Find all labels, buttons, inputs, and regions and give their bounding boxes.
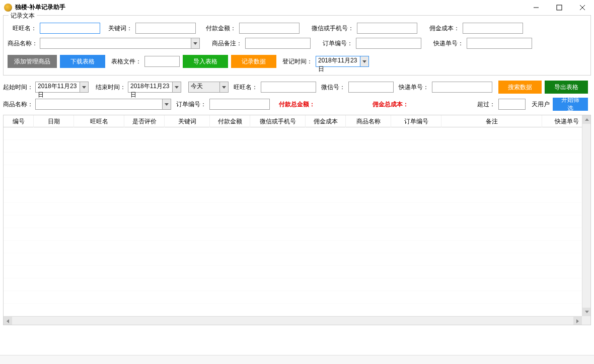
search-wechat-input[interactable]	[348, 82, 394, 93]
title-bar: 独楼-补单记录助手	[0, 0, 594, 15]
product-select[interactable]	[40, 38, 200, 49]
days-user-label: 天用户	[529, 100, 550, 109]
remark-input[interactable]	[245, 38, 311, 49]
window-title: 独楼-补单记录助手	[15, 3, 65, 12]
record-fieldset: 记录文本 旺旺名： 关键词： 付款金额： 微信或手机号： 佣金成本： 商品名称：…	[3, 15, 591, 76]
column-header[interactable]: 订单编号	[391, 115, 441, 127]
chevron-down-icon[interactable]	[172, 82, 181, 93]
keyword-label: 关键词：	[107, 24, 132, 33]
download-table-button[interactable]: 下载表格	[60, 55, 105, 68]
record-data-button[interactable]: 记录数据	[231, 55, 276, 68]
column-header[interactable]: 是否评价	[124, 115, 165, 127]
file-label: 表格文件：	[111, 57, 141, 66]
column-header[interactable]: 关键词	[165, 115, 210, 127]
end-time-select[interactable]: 2018年11月23日	[128, 82, 181, 93]
scroll-corner	[582, 316, 590, 325]
column-header[interactable]: 付款金额	[210, 115, 250, 127]
over-days-input[interactable]	[498, 99, 526, 110]
horizontal-scrollbar[interactable]	[4, 316, 582, 325]
column-header[interactable]: 商品名称	[346, 115, 391, 127]
remark-label: 商品备注：	[209, 39, 242, 48]
add-product-button[interactable]: 添加管理商品	[8, 55, 57, 68]
wangwang-input[interactable]	[40, 23, 100, 34]
wechat-label: 微信或手机号：	[307, 24, 354, 33]
filter-order-input[interactable]	[209, 99, 270, 110]
file-input[interactable]	[144, 56, 180, 67]
maximize-button[interactable]	[548, 0, 571, 15]
chevron-down-icon[interactable]	[360, 56, 369, 67]
chevron-down-icon[interactable]	[80, 82, 89, 93]
close-button[interactable]	[571, 0, 594, 15]
column-header[interactable]: 备注	[441, 115, 542, 127]
scroll-up-button[interactable]	[582, 115, 591, 124]
table-body	[4, 127, 582, 316]
import-table-button[interactable]: 导入表格	[183, 55, 228, 68]
over-label: 超过：	[475, 100, 495, 109]
scroll-left-button[interactable]	[4, 317, 12, 325]
keyword-input[interactable]	[135, 23, 196, 34]
pay-label: 付款金额：	[203, 24, 236, 33]
order-label: 订单编号：	[320, 39, 353, 48]
search-wechat-label: 微信号：	[321, 83, 345, 92]
column-header[interactable]: 编号	[4, 115, 34, 127]
search-wangwang-input[interactable]	[261, 82, 316, 93]
scroll-right-button[interactable]	[573, 317, 582, 325]
fieldset-legend: 记录文本	[9, 12, 37, 20]
filter-order-label: 订单编号：	[176, 100, 206, 109]
minimize-button[interactable]	[525, 0, 548, 15]
start-time-label: 起始时间：	[3, 83, 32, 92]
search-wangwang-label: 旺旺名：	[234, 83, 258, 92]
wechat-input[interactable]	[357, 23, 417, 34]
preset-range-select[interactable]: 今天	[188, 82, 229, 93]
column-header[interactable]: 快递单号	[542, 115, 582, 127]
column-header[interactable]: 日期	[34, 115, 74, 127]
table-header: 编号日期旺旺名是否评价关键词付款金额微信或手机号佣金成本商品名称订单编号备注快递…	[4, 115, 590, 127]
filter-product-select[interactable]	[35, 99, 171, 110]
pay-input[interactable]	[239, 23, 300, 34]
commission-label: 佣金成本：	[424, 24, 460, 33]
scroll-down-button[interactable]	[582, 308, 591, 316]
total-pay-label: 付款总金额：	[279, 100, 329, 109]
search-data-button[interactable]: 搜索数据	[498, 81, 542, 94]
end-time-label: 结束时间：	[96, 83, 125, 92]
wangwang-label: 旺旺名：	[8, 24, 37, 33]
column-header[interactable]: 旺旺名	[74, 115, 124, 127]
vertical-scrollbar[interactable]	[582, 115, 590, 316]
app-icon	[4, 4, 12, 12]
start-filter-button[interactable]: 开始筛选	[553, 98, 588, 111]
search-express-label: 快递单号：	[399, 83, 429, 92]
total-comm-label: 佣金总成本：	[373, 100, 423, 109]
express-input[interactable]	[467, 38, 532, 49]
chevron-down-icon[interactable]	[219, 82, 229, 93]
reg-time-label: 登记时间：	[282, 57, 313, 66]
column-header[interactable]: 佣金成本	[306, 115, 346, 127]
export-table-button[interactable]: 导出表格	[545, 81, 588, 94]
svg-rect-1	[557, 5, 562, 10]
start-time-select[interactable]: 2018年11月23日	[35, 82, 89, 93]
express-label: 快递单号：	[430, 39, 464, 48]
data-table: 编号日期旺旺名是否评价关键词付款金额微信或手机号佣金成本商品名称订单编号备注快递…	[3, 115, 591, 325]
commission-input[interactable]	[463, 23, 523, 34]
reg-time-select[interactable]: 2018年11月23日	[316, 56, 369, 67]
chevron-down-icon[interactable]	[162, 99, 171, 110]
filter-product-label: 商品名称：	[3, 100, 32, 109]
product-label: 商品名称：	[8, 39, 37, 48]
status-bar	[0, 355, 594, 364]
search-express-input[interactable]	[432, 82, 492, 93]
column-header[interactable]: 微信或手机号	[250, 115, 306, 127]
order-input[interactable]	[356, 38, 421, 49]
chevron-down-icon[interactable]	[191, 38, 200, 49]
